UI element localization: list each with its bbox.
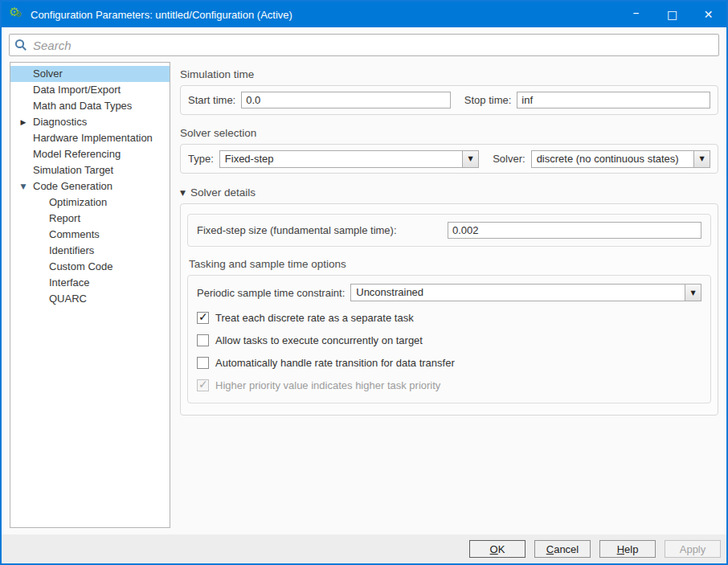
sidebar-item-label: Identifiers	[49, 244, 94, 256]
simulink-gear-icon: ⚙ ⚙	[9, 7, 23, 22]
start-time-input[interactable]	[241, 92, 451, 108]
higher-priority-checkbox-row: ✓ Higher priority value indicates higher…	[197, 379, 701, 391]
simulation-time-heading: Simulation time	[180, 68, 718, 80]
type-dropdown-value: Fixed-step	[220, 151, 462, 167]
section-expanded-arrow-icon: ▼	[180, 189, 186, 197]
type-dropdown[interactable]: Fixed-step ▼	[219, 150, 479, 168]
sidebar-item-math-and-data-types[interactable]: Math and Data Types	[10, 98, 170, 114]
title-bar: ⚙ ⚙ Configuration Parameters: untitled/C…	[2, 2, 726, 27]
solver-label: Solver:	[493, 153, 525, 165]
search-icon	[14, 39, 27, 51]
sidebar-item-report[interactable]: Report	[10, 211, 170, 227]
sidebar-item-simulation-target[interactable]: Simulation Target	[10, 162, 170, 178]
sidebar-item-comments[interactable]: Comments	[10, 227, 170, 243]
sidebar-item-data-import-export[interactable]: Data Import/Export	[10, 82, 170, 98]
checkmark-icon: ✓	[198, 310, 208, 323]
sidebar-item-label: Code Generation	[33, 180, 112, 192]
solver-details-heading: Solver details	[190, 186, 256, 199]
periodic-constraint-dropdown[interactable]: Unconstrained ▼	[350, 284, 701, 301]
allow-concurrent-tasks-checkbox-row: ✓ Allow tasks to execute concurrently on…	[197, 334, 701, 346]
sidebar-item-solver[interactable]: Solver	[10, 66, 170, 82]
periodic-constraint-label: Periodic sample time constraint:	[197, 287, 345, 299]
dropdown-arrow-button[interactable]: ▼	[693, 151, 710, 167]
fixed-step-size-label: Fixed-step size (fundamental sample time…	[197, 224, 448, 236]
sidebar-item-label: Math and Data Types	[33, 100, 132, 112]
configuration-parameters-dialog: ⚙ ⚙ Configuration Parameters: untitled/C…	[0, 0, 728, 565]
sidebar-item-label: Optimization	[49, 196, 107, 208]
gear-icon: ⚙	[15, 10, 22, 18]
search-box[interactable]	[9, 34, 719, 56]
checkbox[interactable]: ✓	[197, 334, 209, 346]
stop-time-input[interactable]	[517, 92, 710, 108]
help-button[interactable]: Help	[599, 540, 656, 558]
sidebar-item-label: Hardware Implementation	[33, 132, 153, 144]
sidebar-item-label: Custom Code	[49, 260, 112, 272]
checkbox[interactable]: ✓	[197, 357, 209, 369]
solver-details-panel: Fixed-step size (fundamental sample time…	[180, 203, 718, 416]
checkbox-label[interactable]: Automatically handle rate transition for…	[215, 357, 455, 369]
solver-selection-heading: Solver selection	[180, 127, 718, 139]
ok-button[interactable]: OK	[469, 540, 526, 558]
window-title: Configuration Parameters: untitled/Confi…	[31, 9, 618, 21]
window-controls: – □ ✕	[618, 2, 726, 27]
sidebar-item-label: QUARC	[49, 293, 87, 305]
sidebar-item-label: Diagnostics	[33, 116, 87, 128]
maximize-button[interactable]: □	[654, 2, 690, 27]
dropdown-arrow-icon: ▼	[699, 155, 704, 162]
sidebar-item-label: Simulation Target	[33, 164, 113, 176]
tasking-options-heading: Tasking and sample time options	[189, 258, 711, 270]
sidebar-item-quarc[interactable]: QUARC	[10, 291, 170, 307]
solver-details-toggle[interactable]: ▼ Solver details	[180, 186, 718, 199]
dialog-body: Solver Data Import/Export Math and Data …	[2, 62, 726, 528]
search-row	[2, 27, 726, 62]
stop-time-label: Stop time:	[464, 94, 512, 106]
sidebar-item-label: Model Referencing	[33, 148, 121, 160]
button-bar: OK Cancel Help Apply	[2, 534, 726, 563]
dropdown-arrow-button[interactable]: ▼	[685, 285, 701, 301]
sidebar-item-diagnostics[interactable]: ▶Diagnostics	[10, 114, 170, 130]
sidebar-item-custom-code[interactable]: Custom Code	[10, 259, 170, 275]
search-input[interactable]	[33, 39, 714, 52]
sidebar-item-hardware-implementation[interactable]: Hardware Implementation	[10, 130, 170, 146]
checkbox: ✓	[197, 379, 209, 391]
start-time-label: Start time:	[188, 94, 235, 106]
sidebar-item-optimization[interactable]: Optimization	[10, 194, 170, 211]
sidebar-item-identifiers[interactable]: Identifiers	[10, 243, 170, 259]
solver-dropdown[interactable]: discrete (no continuous states) ▼	[531, 150, 710, 168]
main-panel: Simulation time Start time: Stop time: S…	[180, 62, 718, 416]
dropdown-arrow-icon: ▼	[468, 155, 473, 162]
sidebar-item-interface[interactable]: Interface	[10, 275, 170, 291]
dropdown-arrow-icon: ▼	[690, 289, 695, 297]
sidebar-item-label: Solver	[33, 68, 63, 80]
tree-collapsed-arrow-icon[interactable]: ▶	[18, 114, 29, 130]
sidebar-item-label: Report	[49, 212, 80, 224]
fixed-step-size-panel: Fixed-step size (fundamental sample time…	[187, 214, 711, 247]
sidebar-item-label: Comments	[49, 228, 100, 240]
solver-dropdown-value: discrete (no continuous states)	[532, 151, 693, 167]
checkmark-icon: ✓	[198, 378, 208, 391]
minimize-button[interactable]: –	[618, 2, 654, 27]
periodic-constraint-row: Periodic sample time constraint: Unconst…	[197, 284, 701, 301]
sidebar-item-model-referencing[interactable]: Model Referencing	[10, 146, 170, 162]
checkbox[interactable]: ✓	[197, 312, 209, 324]
sidebar-item-label: Interface	[49, 276, 90, 289]
auto-rate-transition-checkbox-row: ✓ Automatically handle rate transition f…	[197, 357, 701, 369]
simulation-time-panel: Start time: Stop time:	[180, 85, 718, 115]
sidebar-item-label: Data Import/Export	[33, 84, 121, 96]
checkbox-label: Higher priority value indicates higher t…	[215, 379, 440, 391]
fixed-step-size-input[interactable]	[448, 222, 701, 239]
sidebar-item-code-generation[interactable]: ▼Code Generation	[10, 178, 170, 194]
dropdown-arrow-button[interactable]: ▼	[462, 151, 478, 167]
periodic-constraint-value: Unconstrained	[351, 285, 685, 301]
cancel-button[interactable]: Cancel	[534, 540, 591, 558]
tasking-options-panel: Periodic sample time constraint: Unconst…	[187, 275, 711, 403]
apply-button: Apply	[665, 540, 721, 558]
checkbox-label[interactable]: Allow tasks to execute concurrently on t…	[215, 334, 423, 346]
close-button[interactable]: ✕	[690, 2, 726, 27]
treat-discrete-rate-checkbox-row: ✓ Treat each discrete rate as a separate…	[197, 312, 701, 324]
tree-expanded-arrow-icon[interactable]: ▼	[18, 178, 29, 194]
solver-selection-panel: Type: Fixed-step ▼ Solver: discrete (no …	[180, 144, 718, 174]
checkbox-label[interactable]: Treat each discrete rate as a separate t…	[215, 312, 414, 324]
category-tree: Solver Data Import/Export Math and Data …	[10, 62, 170, 528]
type-label: Type:	[188, 153, 214, 165]
